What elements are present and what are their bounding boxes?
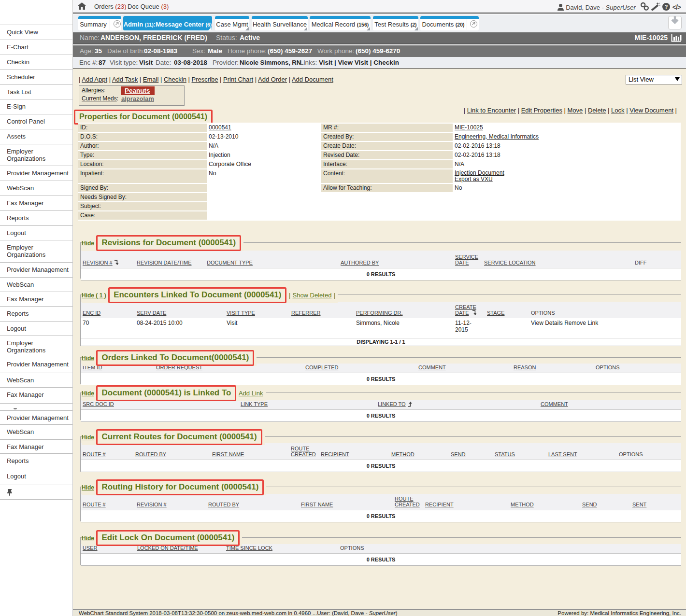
svg-text:?: ? (664, 4, 668, 10)
